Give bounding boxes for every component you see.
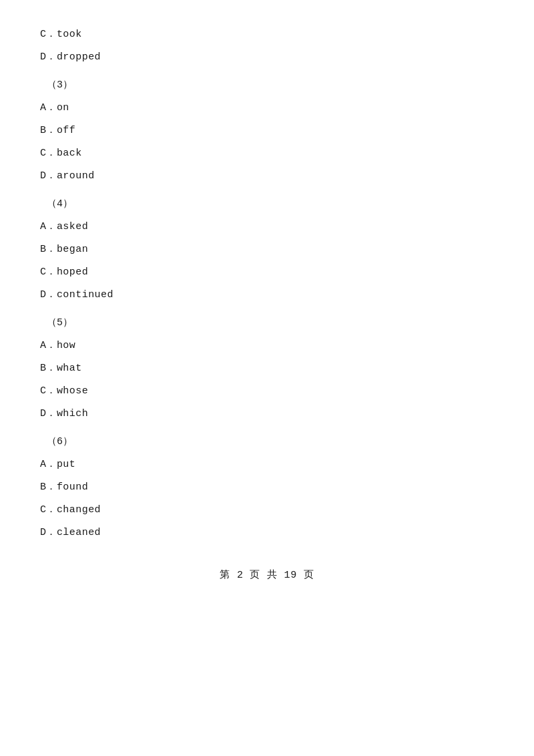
q3-option-a: A．on bbox=[40, 100, 494, 116]
q5-option-a: A．how bbox=[40, 338, 494, 354]
q6-option-a: A．put bbox=[40, 457, 494, 473]
option-d-dropped: D．dropped bbox=[40, 49, 494, 65]
q4-option-d: D．continued bbox=[40, 287, 494, 303]
question-5-number: （5） bbox=[47, 315, 494, 331]
question-4-number: （4） bbox=[47, 196, 494, 212]
option-c-took: C．took bbox=[40, 27, 494, 43]
q5-option-c: C．whose bbox=[40, 383, 494, 399]
q5-option-b: B．what bbox=[40, 361, 494, 377]
q3-option-d: D．around bbox=[40, 168, 494, 184]
q4-option-c: C．hoped bbox=[40, 264, 494, 280]
q3-option-b: B．off bbox=[40, 123, 494, 139]
q5-option-d: D．which bbox=[40, 406, 494, 422]
page-content: C．took D．dropped （3） A．on B．off C．back D… bbox=[0, 0, 534, 610]
q6-option-c: C．changed bbox=[40, 502, 494, 518]
q6-option-b: B．found bbox=[40, 480, 494, 496]
q3-option-c: C．back bbox=[40, 146, 494, 162]
question-6-number: （6） bbox=[47, 434, 494, 450]
page-footer: 第 2 页 共 19 页 bbox=[40, 568, 494, 584]
q4-option-a: A．asked bbox=[40, 219, 494, 235]
question-3-number: （3） bbox=[47, 77, 494, 93]
q6-option-d: D．cleaned bbox=[40, 525, 494, 541]
q4-option-b: B．began bbox=[40, 242, 494, 258]
